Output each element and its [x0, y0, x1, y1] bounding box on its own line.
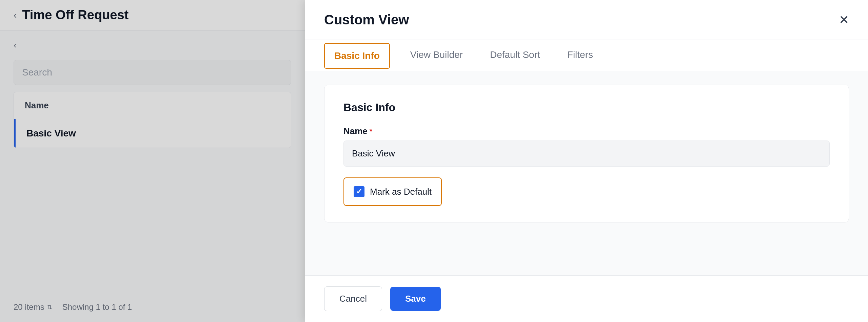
- card-title: Basic Info: [343, 101, 830, 114]
- name-form-group: Name *: [343, 126, 830, 167]
- modal-footer: Cancel Save: [305, 275, 868, 322]
- tab-basic-info[interactable]: Basic Info: [324, 43, 390, 69]
- page-background: ‹ Time Off Request 👤 ‹ Search Name Basic…: [0, 0, 868, 322]
- checkbox-check-icon: ✓: [356, 187, 362, 196]
- modal-tabs: Basic Info View Builder Default Sort Fil…: [305, 40, 868, 71]
- save-button[interactable]: Save: [390, 287, 441, 311]
- mark-as-default-label: Mark as Default: [370, 187, 432, 197]
- tab-default-sort[interactable]: Default Sort: [483, 40, 547, 71]
- required-indicator: *: [370, 127, 373, 136]
- cancel-button[interactable]: Cancel: [324, 286, 382, 311]
- modal-panel: Custom View ✕ Basic Info View Builder De…: [305, 0, 868, 322]
- name-input[interactable]: [343, 141, 830, 167]
- mark-as-default-checkbox-group[interactable]: ✓ Mark as Default: [343, 177, 442, 206]
- tab-view-builder[interactable]: View Builder: [403, 40, 470, 71]
- name-label: Name *: [343, 126, 830, 136]
- modal-title: Custom View: [324, 12, 409, 27]
- modal-header: Custom View ✕: [305, 0, 868, 40]
- mark-as-default-checkbox[interactable]: ✓: [354, 186, 364, 197]
- modal-close-button[interactable]: ✕: [839, 14, 849, 26]
- basic-info-card: Basic Info Name * ✓ Mark as Default: [324, 85, 849, 222]
- modal-body: Basic Info Name * ✓ Mark as Default: [305, 71, 868, 275]
- tab-filters[interactable]: Filters: [560, 40, 600, 71]
